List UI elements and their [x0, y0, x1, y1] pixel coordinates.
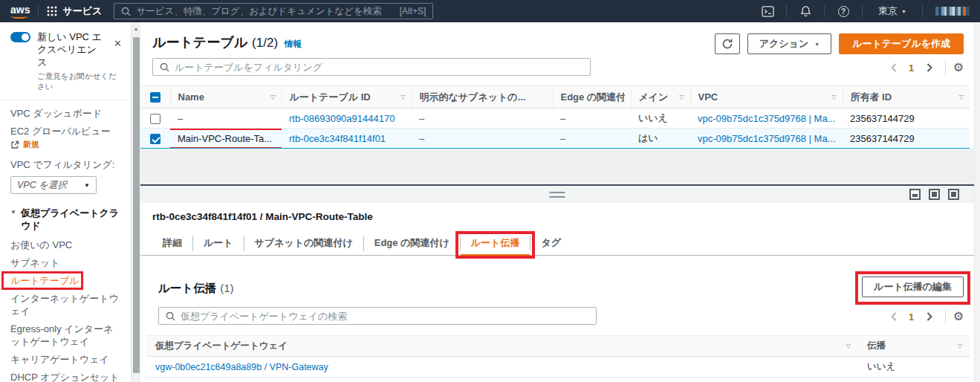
column-header-propagation[interactable]: 伝播▽ [858, 336, 970, 357]
gear-icon[interactable]: ⚙ [953, 311, 964, 323]
account-menu-redacted[interactable] [935, 7, 970, 16]
edit-route-propagation-button[interactable]: ルート伝播の編集 [862, 276, 964, 297]
tab-route-propagation[interactable]: ルート伝播 [461, 232, 530, 255]
create-route-table-button[interactable]: ルートテーブルを作成 [839, 33, 964, 54]
row-select-cell[interactable] [140, 109, 170, 129]
sidebar-section-vpc[interactable]: ▼ 仮想プライベートクラウド [10, 207, 123, 232]
gateway-link[interactable]: vgw-0b0ec21c649a8a89b / VPN-Gateway [155, 362, 328, 372]
aws-console-screen: aws サービス サービス、特徴、ブログ、およびドキュメントなどを検索 [Alt… [0, 0, 980, 382]
page-title: ルートテーブル (1/2) 情報 [152, 33, 302, 58]
feedback-link[interactable]: ご意見をお聞かせください [37, 71, 120, 92]
column-label: Edge の関連付け [561, 91, 625, 104]
row-select-cell[interactable] [140, 129, 170, 149]
column-header-name[interactable]: Name▽ [170, 86, 282, 109]
table-row[interactable]: – rtb-08693090a91444170 – – いいえ vpc-09b7… [140, 109, 970, 129]
route-table-id-link[interactable]: rtb-0ce3c34f841f14f01 [289, 133, 386, 144]
tab-edge-associations[interactable]: Edge の関連付け [364, 232, 460, 255]
info-link[interactable]: 情報 [285, 39, 302, 50]
vpc-select-placeholder: VPC を選択 [17, 179, 84, 192]
sidebar-item-subnets[interactable]: サブネット [10, 256, 60, 269]
tab-subnet-associations[interactable]: サブネットの関連付け [244, 232, 363, 255]
route-tables-table: Name▽ ルートテーブル ID▽ 明示的なサブネットの... Edge の関連… [140, 85, 970, 149]
column-label: VPC [698, 91, 829, 103]
divider [945, 309, 946, 324]
panel-size-full-button[interactable] [948, 189, 959, 200]
sidebar-item-internet-gateways[interactable]: インターネットゲートウェイ [10, 292, 122, 317]
sidebar-scrollbar[interactable]: ▲ [131, 22, 140, 382]
table-row[interactable]: vgw-0b0ec21c649a8a89b / VPN-Gateway いいえ [146, 357, 970, 378]
select-all-header[interactable] [140, 86, 170, 109]
next-page-button[interactable] [921, 59, 938, 76]
gateway-search-input[interactable] [181, 311, 589, 322]
route-table-filter-input[interactable] [175, 62, 583, 73]
vpc-link[interactable]: vpc-09b75dc1c375d9768 | Ma... [698, 113, 836, 124]
sidebar-item-your-vpcs[interactable]: お使いの VPC [10, 239, 72, 251]
filter-row: 1 ⚙ [140, 58, 974, 85]
route-table-id-link[interactable]: rtb-08693090a91444170 [289, 113, 395, 124]
previous-page-button[interactable] [886, 308, 902, 325]
help-button[interactable]: ? [833, 6, 854, 17]
sort-icon: ▽ [831, 94, 836, 100]
global-search-box[interactable]: サービス、特徴、ブログ、およびドキュメントなどを検索 [Alt+S] [114, 3, 433, 19]
gear-icon[interactable]: ⚙ [953, 62, 964, 74]
sidebar-item-vpc-dashboard[interactable]: VPC ダッシュボード [10, 107, 102, 120]
new-experience-toggle[interactable] [10, 32, 30, 42]
column-header-owner-id[interactable]: 所有者 ID▽ [843, 86, 970, 109]
sidebar-item-route-tables[interactable]: ルートテーブル [10, 274, 79, 287]
new-experience-banner: 新しい VPC エクスペリエンス ✕ ご意見をお聞かせください [0, 22, 131, 100]
panel-size-medium-button[interactable] [929, 189, 940, 200]
gateway-search-box[interactable] [158, 307, 597, 325]
sidebar-scrollbar-thumb[interactable] [133, 37, 140, 373]
column-header-vpc[interactable]: VPC▽ [690, 86, 843, 109]
sidebar-item-carrier-gateways[interactable]: キャリアゲートウェイ [10, 353, 109, 366]
vpc-select-dropdown[interactable]: VPC を選択 ▼ [10, 176, 97, 194]
propagation-filter-row: 1 ⚙ [140, 297, 974, 325]
cell-name: Main-VPC-Route-Ta... [178, 133, 272, 144]
scrollbar-up-arrow-icon[interactable]: ▲ [132, 22, 140, 31]
region-selector[interactable]: 東京 ▼ [871, 4, 914, 18]
column-header-main[interactable]: メイン▽ [631, 86, 690, 109]
column-header-virtual-private-gateway[interactable]: 仮想プライベートゲートウェイ▽ [146, 336, 858, 357]
next-page-button[interactable] [921, 308, 938, 325]
column-header-route-table-id[interactable]: ルートテーブル ID▽ [282, 86, 412, 109]
column-header-edge-association[interactable]: Edge の関連付け [553, 86, 631, 109]
sidebar-item-ec2-global-view[interactable]: EC2 グローバルビュー 新規 [10, 125, 122, 151]
column-label: ルートテーブル ID [290, 91, 398, 104]
aws-logo[interactable]: aws [10, 4, 30, 19]
actions-button[interactable]: アクション ▼ [747, 33, 831, 54]
column-header-explicit-subnet[interactable]: 明示的なサブネットの... [412, 86, 553, 109]
close-icon[interactable]: ✕ [114, 38, 122, 49]
table-pagination: 1 ⚙ [886, 59, 964, 76]
current-page[interactable]: 1 [905, 62, 918, 74]
services-menu-button[interactable]: サービス [47, 4, 102, 18]
table-row-selected[interactable]: Main-VPC-Route-Ta... rtb-0ce3c34f841f14f… [140, 129, 970, 149]
panel-size-small-button[interactable] [909, 189, 921, 200]
row-checkbox[interactable] [150, 114, 160, 124]
search-icon [121, 7, 131, 16]
tab-label: サブネットの関連付け [255, 237, 353, 248]
tab-details[interactable]: 詳細 [152, 232, 192, 255]
divider [38, 5, 39, 17]
route-table-filter-box[interactable] [152, 58, 591, 76]
tab-tags[interactable]: タグ [530, 232, 571, 255]
cloudshell-button[interactable] [757, 6, 778, 17]
sidebar-item-egress-only-gateways[interactable]: Egress-only インターネットゲートウェイ [10, 323, 122, 348]
select-all-checkbox[interactable] [150, 92, 160, 103]
notifications-button[interactable] [795, 5, 816, 17]
sidebar-item-label: VPC ダッシュボード [10, 108, 102, 119]
current-page[interactable]: 1 [905, 311, 918, 323]
divider [945, 60, 946, 75]
sidebar-item-label: DHCP オプションセット [10, 372, 120, 382]
split-panel-drag-handle[interactable] [550, 192, 565, 198]
refresh-button[interactable] [715, 33, 740, 54]
top-navigation-bar: aws サービス サービス、特徴、ブログ、およびドキュメントなどを検索 [Alt… [0, 0, 980, 22]
sort-icon: ▽ [959, 94, 964, 100]
cloudshell-terminal-icon [762, 6, 774, 17]
tab-routes[interactable]: ルート [193, 232, 244, 255]
sidebar-item-dhcp-option-sets[interactable]: DHCP オプションセット [10, 371, 120, 382]
vpc-link[interactable]: vpc-09b75dc1c375d9768 | Ma... [698, 133, 836, 144]
page-scrollbar[interactable] [974, 22, 980, 382]
row-checkbox-checked[interactable] [150, 134, 160, 144]
previous-page-button[interactable] [886, 59, 902, 76]
chevron-down-icon: ▼ [814, 42, 820, 47]
